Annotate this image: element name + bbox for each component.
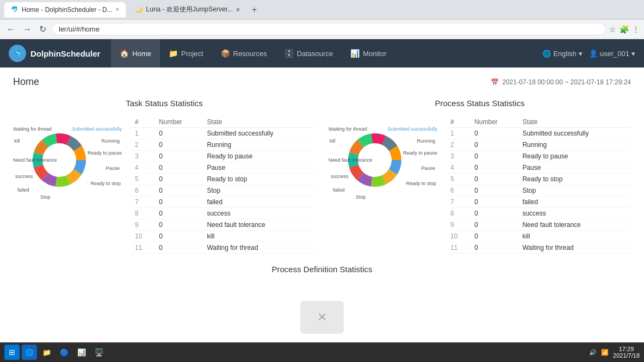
language-selector[interactable]: 🌐 English ▾ (542, 50, 583, 58)
row-state: Submitted successfully (202, 128, 315, 139)
nav-resources[interactable]: 📦 Resources (212, 39, 276, 68)
home-icon: 🏠 (120, 49, 129, 58)
taskbar-network-icon: 🔊 (589, 349, 597, 356)
tab2-close-button[interactable]: × (236, 6, 240, 14)
row-num: 2 (131, 139, 154, 151)
task-col-num: # (131, 116, 154, 128)
row-state: Running (518, 139, 631, 151)
lang-chevron-icon: ▾ (579, 50, 583, 58)
row-count: 0 (470, 151, 518, 162)
table-row: 1 0 Submitted successfully (446, 128, 631, 139)
table-row: 2 0 Running (446, 139, 631, 151)
bookmark-icon[interactable]: ☆ (609, 25, 616, 34)
row-num: 2 (446, 139, 470, 151)
task-donut-container: Waiting for thread Submitted successfull… (13, 116, 122, 209)
table-row: 11 0 Waiting for thread (446, 242, 631, 254)
row-count: 0 (154, 197, 202, 208)
row-num: 7 (131, 197, 154, 208)
label-success: success (15, 174, 33, 179)
row-count: 0 (470, 231, 518, 242)
row-state: failed (518, 197, 631, 208)
empty-box: ✕ (300, 301, 344, 334)
row-count: 0 (154, 219, 202, 231)
row-count: 0 (154, 128, 202, 139)
row-count: 0 (470, 185, 518, 197)
table-row: 4 0 Pause (131, 162, 315, 174)
row-count: 0 (154, 242, 202, 254)
row-count: 0 (154, 174, 202, 185)
browser-tab-active[interactable]: 🐬 Home - DolphinScheduler - D... × (4, 2, 126, 17)
row-num: 5 (446, 174, 470, 185)
language-label: English (553, 50, 577, 58)
row-num: 5 (131, 174, 154, 185)
folder-icon: 📁 (42, 348, 51, 357)
row-count: 0 (154, 162, 202, 174)
table-row: 7 0 failed (446, 197, 631, 208)
row-count: 0 (470, 208, 518, 219)
taskbar-start[interactable]: ⊞ (4, 345, 20, 360)
p-label-waiting: Waiting for thread (329, 126, 367, 132)
nav-monitor-label: Monitor (363, 50, 386, 58)
taskbar-app3[interactable]: 🔵 (57, 345, 72, 360)
process-col-num: # (446, 116, 470, 128)
taskbar-app4[interactable]: 📊 (74, 345, 89, 360)
taskbar-time-text: 17:29 (613, 346, 640, 352)
row-state: Need fault tolerance (202, 219, 315, 231)
label-kill: kill (14, 138, 20, 144)
table-row: 11 0 Waiting for thread (131, 242, 315, 254)
process-col-number: Number (470, 116, 518, 128)
menu-icon[interactable]: ⋮ (632, 25, 640, 34)
forward-button[interactable]: → (21, 23, 34, 35)
nav-project[interactable]: 📁 Project (160, 39, 212, 68)
row-count: 0 (154, 139, 202, 151)
back-button[interactable]: ← (4, 23, 17, 35)
task-stats-table: # Number State 1 0 Submitted successfull… (131, 116, 315, 254)
nav-monitor[interactable]: 📊 Monitor (342, 39, 395, 68)
row-count: 0 (470, 242, 518, 254)
user-label: user_001 (600, 50, 629, 58)
table-row: 3 0 Ready to pause (131, 151, 315, 162)
row-num: 10 (446, 231, 470, 242)
taskbar-folder[interactable]: 📁 (39, 345, 54, 360)
process-stats-inner: Waiting for thread Submitted successfull… (329, 116, 631, 254)
new-tab-button[interactable]: + (250, 5, 259, 15)
row-num: 1 (446, 128, 470, 139)
row-state: Ready to stop (518, 174, 631, 185)
row-state: failed (202, 197, 315, 208)
nav-home[interactable]: 🏠 Home (111, 39, 160, 68)
browser-tab-2[interactable]: 🌙 Luna - 欢迎使用JumpServer... × (129, 2, 246, 17)
tab1-close-button[interactable]: × (116, 7, 119, 13)
row-state: Ready to stop (202, 174, 315, 185)
table-row: 8 0 success (131, 208, 315, 219)
row-state: Running (202, 139, 315, 151)
table-row: 3 0 Ready to pause (446, 151, 631, 162)
taskbar-browser[interactable]: 🌐 (22, 345, 37, 360)
main-content: Home 📅 2021-07-18 00:00:00 ~ 2021-07-18 … (0, 68, 644, 362)
tab2-label: Luna - 欢迎使用JumpServer... (146, 5, 233, 14)
tab1-label: Home - DolphinScheduler - D... (22, 6, 113, 14)
table-row: 10 0 kill (446, 231, 631, 242)
taskbar-date-text: 2021/7/18 (613, 352, 640, 359)
row-state: Stop (518, 185, 631, 197)
refresh-button[interactable]: ↻ (37, 23, 48, 35)
nav-home-label: Home (132, 50, 151, 58)
address-bar[interactable]: ler/ui/#/home (52, 23, 606, 35)
row-num: 11 (446, 242, 470, 254)
p-label-success: success (331, 174, 349, 179)
user-selector[interactable]: 👤 user_001 ▾ (589, 50, 635, 58)
p-label-kill: kill (330, 138, 336, 144)
process-col-state: State (518, 116, 631, 128)
row-state: Stop (202, 185, 315, 197)
row-num: 9 (131, 219, 154, 231)
nav-datasource[interactable]: 🗄️ Datasource (276, 39, 342, 68)
extensions-icon[interactable]: 🧩 (620, 25, 629, 34)
row-state: Ready to pause (518, 151, 631, 162)
row-state: Pause (202, 162, 315, 174)
taskbar-app5[interactable]: 🖥️ (91, 345, 107, 360)
process-donut-container: Waiting for thread Submitted successfull… (329, 116, 437, 209)
task-stats-title: Task Status Statistics (13, 99, 315, 108)
browser-icon: 🌐 (25, 348, 34, 357)
row-state: kill (202, 231, 315, 242)
table-row: 1 0 Submitted successfully (131, 128, 315, 139)
project-icon: 📁 (169, 49, 178, 58)
